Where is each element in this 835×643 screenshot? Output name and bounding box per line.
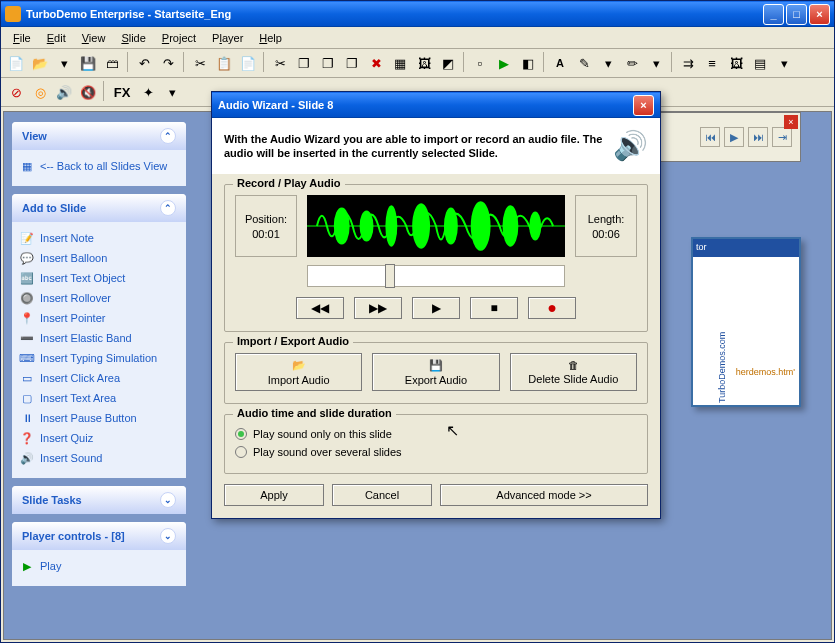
import-audio-button[interactable]: 📂 Import Audio — [235, 353, 362, 391]
wand-icon[interactable]: ✦ — [137, 81, 159, 103]
collapse-icon[interactable]: ⌃ — [160, 128, 176, 144]
slide-new-icon[interactable]: ▫ — [469, 52, 491, 74]
add-item-9[interactable]: ⏸Insert Pause Button — [20, 408, 178, 428]
rewind-button[interactable]: ◀◀ — [296, 297, 344, 319]
speaker-off-icon[interactable]: 🔇 — [77, 81, 99, 103]
crop-icon[interactable]: ◩ — [437, 52, 459, 74]
record-button[interactable]: ● — [528, 297, 576, 319]
list-icon[interactable]: ≡ — [701, 52, 723, 74]
panel-tasks-header[interactable]: Slide Tasks ⌄ — [12, 486, 186, 514]
grid-icon: ▦ — [20, 159, 34, 173]
back-label: <-- Back to all Slides View — [40, 160, 167, 172]
target-icon[interactable]: ◎ — [29, 81, 51, 103]
new-icon[interactable]: 📄 — [5, 52, 27, 74]
player-play[interactable]: ▶ Play — [20, 556, 178, 576]
add-item-8[interactable]: ▢Insert Text Area — [20, 388, 178, 408]
cut2-icon[interactable]: ✂ — [269, 52, 291, 74]
paste-icon[interactable]: 📄 — [237, 52, 259, 74]
menu-file[interactable]: File — [5, 29, 39, 47]
end-icon[interactable]: ⇥ — [772, 127, 792, 147]
svg-point-8 — [529, 212, 541, 241]
back-to-slides[interactable]: ▦ <-- Back to all Slides View — [20, 156, 178, 176]
fx-down-icon[interactable]: ▾ — [161, 81, 183, 103]
slide-go-icon[interactable]: ▶ — [493, 52, 515, 74]
slider-thumb[interactable] — [385, 264, 395, 288]
save-icon: 💾 — [429, 359, 443, 372]
save-icon[interactable]: 💾 — [77, 52, 99, 74]
item-icon: ▢ — [20, 391, 34, 405]
add-item-10[interactable]: ❓Insert Quiz — [20, 428, 178, 448]
menu-edit[interactable]: Edit — [39, 29, 74, 47]
panel-view-header[interactable]: View ⌃ — [12, 122, 186, 150]
cancel-button[interactable]: Cancel — [332, 484, 432, 506]
apply-button[interactable]: Apply — [224, 484, 324, 506]
grid-icon[interactable]: ▦ — [389, 52, 411, 74]
audio-slider[interactable] — [307, 265, 565, 287]
no-entry-icon[interactable]: ⊘ — [5, 81, 27, 103]
redo-icon[interactable]: ↷ — [157, 52, 179, 74]
forward-button[interactable]: ▶▶ — [354, 297, 402, 319]
expand-icon[interactable]: ⌄ — [160, 528, 176, 544]
dropdown2-icon[interactable]: ▾ — [597, 52, 619, 74]
radio-several-slides[interactable]: Play sound over several slides — [235, 443, 637, 461]
dialog-close-button[interactable]: × — [633, 95, 654, 116]
speaker-icon: 🔊 — [613, 128, 648, 164]
cut-icon[interactable]: ✂ — [189, 52, 211, 74]
delete-audio-button[interactable]: 🗑 Delete Slide Audio — [510, 353, 637, 391]
menu-player[interactable]: Player — [204, 29, 251, 47]
add-item-2[interactable]: 🔤Insert Text Object — [20, 268, 178, 288]
save-all-icon[interactable]: 🗃 — [101, 52, 123, 74]
delete-icon[interactable]: ✖ — [365, 52, 387, 74]
maximize-button[interactable]: □ — [786, 4, 807, 25]
duplicate-icon[interactable]: ❐ — [341, 52, 363, 74]
menu-project[interactable]: Project — [154, 29, 204, 47]
add-item-3[interactable]: 🔘Insert Rollover — [20, 288, 178, 308]
transition-icon[interactable]: ⇉ — [677, 52, 699, 74]
text-icon[interactable]: A — [549, 52, 571, 74]
close-icon[interactable]: × — [784, 115, 798, 129]
down-icon[interactable]: ▾ — [773, 52, 795, 74]
collapse-icon[interactable]: ⌃ — [160, 200, 176, 216]
close-button[interactable]: × — [809, 4, 830, 25]
add-item-5[interactable]: ➖Insert Elastic Band — [20, 328, 178, 348]
speaker-icon[interactable]: 🔊 — [53, 81, 75, 103]
fx-icon[interactable]: FX — [109, 81, 135, 103]
dropdown-icon[interactable]: ▾ — [53, 52, 75, 74]
menu-slide[interactable]: Slide — [113, 29, 153, 47]
paste2-icon[interactable]: ❐ — [317, 52, 339, 74]
add-item-4[interactable]: 📍Insert Pointer — [20, 308, 178, 328]
panel-player: Player controls - [8] ⌄ ▶ Play — [12, 522, 186, 586]
slide-opt-icon[interactable]: ◧ — [517, 52, 539, 74]
pen2-icon[interactable]: ✏ — [621, 52, 643, 74]
add-item-1[interactable]: 💬Insert Balloon — [20, 248, 178, 268]
play-icon[interactable]: ▶ — [724, 127, 744, 147]
advanced-button[interactable]: Advanced mode >> — [440, 484, 648, 506]
play-button[interactable]: ▶ — [412, 297, 460, 319]
add-item-7[interactable]: ▭Insert Click Area — [20, 368, 178, 388]
open-icon[interactable]: 📂 — [29, 52, 51, 74]
stop-button[interactable]: ■ — [470, 297, 518, 319]
image-icon[interactable]: 🖼 — [413, 52, 435, 74]
prev-icon[interactable]: ⏮ — [700, 127, 720, 147]
add-item-6[interactable]: ⌨Insert Typing Simulation — [20, 348, 178, 368]
copy2-icon[interactable]: ❐ — [293, 52, 315, 74]
add-item-11[interactable]: 🔊Insert Sound — [20, 448, 178, 468]
next-icon[interactable]: ⏭ — [748, 127, 768, 147]
image2-icon[interactable]: 🖼 — [725, 52, 747, 74]
expand-icon[interactable]: ⌄ — [160, 492, 176, 508]
slide-thumbnail[interactable]: tor herdemos.htm' TurboDemos.com — [691, 237, 801, 407]
radio-this-slide[interactable]: Play sound only on this slide — [235, 425, 637, 443]
pen-icon[interactable]: ✎ — [573, 52, 595, 74]
menu-view[interactable]: View — [74, 29, 114, 47]
minimize-button[interactable]: _ — [763, 4, 784, 25]
dropdown3-icon[interactable]: ▾ — [645, 52, 667, 74]
add-item-0[interactable]: 📝Insert Note — [20, 228, 178, 248]
list2-icon[interactable]: ▤ — [749, 52, 771, 74]
copy-icon[interactable]: 📋 — [213, 52, 235, 74]
menu-help[interactable]: Help — [251, 29, 290, 47]
undo-icon[interactable]: ↶ — [133, 52, 155, 74]
item-label: Insert Quiz — [40, 432, 93, 444]
export-audio-button[interactable]: 💾 Export Audio — [372, 353, 499, 391]
panel-add-header[interactable]: Add to Slide ⌃ — [12, 194, 186, 222]
panel-player-header[interactable]: Player controls - [8] ⌄ — [12, 522, 186, 550]
